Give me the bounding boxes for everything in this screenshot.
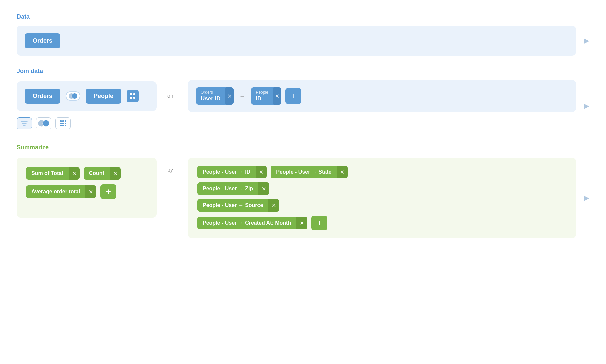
join-section-label: Join data <box>17 68 589 75</box>
orders-button[interactable]: Orders <box>25 33 60 48</box>
by-label: by <box>167 158 177 173</box>
toggle-join-icon-btn[interactable] <box>36 117 51 129</box>
summarize-section-arrow[interactable]: ▶ <box>576 194 589 202</box>
svg-rect-17 <box>60 125 62 126</box>
filter-icon-btn[interactable] <box>17 117 32 129</box>
join-icon-row <box>17 117 576 129</box>
join-right-tag-source: People <box>256 90 268 95</box>
join-left-tag-field: User ID <box>201 95 221 102</box>
join-right-tag[interactable]: People ID ✕ <box>251 87 281 105</box>
groupby-created-at-month-label: People - User → Created At: Month <box>197 217 296 229</box>
summarize-section: Summarize Sum of Total ✕ Count ✕ <box>17 144 589 238</box>
join-right-tag-close[interactable]: ✕ <box>273 87 281 105</box>
join-right-tag-field: ID <box>256 95 261 102</box>
sum-of-total-close[interactable]: ✕ <box>69 167 80 180</box>
svg-rect-12 <box>62 120 64 122</box>
groupby-user-id-close[interactable]: ✕ <box>256 166 267 178</box>
summarize-metrics-box: Sum of Total ✕ Count ✕ Average order tot… <box>17 158 157 218</box>
join-left-tag[interactable]: Orders User ID ✕ <box>196 87 234 105</box>
join-left-tag-close[interactable]: ✕ <box>225 87 234 105</box>
svg-rect-7 <box>22 123 27 124</box>
svg-rect-19 <box>65 125 66 126</box>
join-section: Join data Orders People <box>17 68 589 132</box>
data-section-arrow[interactable]: ▶ <box>576 36 589 45</box>
svg-rect-15 <box>62 123 64 124</box>
join-toggle-icon[interactable] <box>66 91 80 101</box>
average-order-total-tag[interactable]: Average order total ✕ <box>26 185 96 198</box>
join-condition-area: Orders User ID ✕ = People ID <box>188 80 576 112</box>
groupby-user-source-close[interactable]: ✕ <box>268 199 279 212</box>
groupby-user-zip-close[interactable]: ✕ <box>258 182 269 195</box>
sum-of-total-label: Sum of Total <box>26 167 69 180</box>
sum-of-total-tag[interactable]: Sum of Total ✕ <box>26 167 80 180</box>
join-people-button[interactable]: People <box>86 89 121 104</box>
average-order-total-label: Average order total <box>26 185 85 198</box>
groupby-user-state-label: People - User → State <box>271 166 337 178</box>
summarize-groupby-area: People - User → ID ✕ People - User → Sta… <box>188 158 576 238</box>
svg-rect-11 <box>60 120 62 122</box>
groupby-created-at-month-tag[interactable]: People - User → Created At: Month ✕ <box>197 217 307 229</box>
groupby-user-zip-label: People - User → Zip <box>197 182 258 195</box>
svg-point-10 <box>43 120 49 127</box>
svg-rect-5 <box>133 97 135 99</box>
join-orders-button[interactable]: Orders <box>25 89 60 104</box>
data-section-label: Data <box>17 13 589 20</box>
grid-join-icon-btn[interactable] <box>55 117 71 129</box>
svg-rect-3 <box>133 93 135 95</box>
svg-point-1 <box>72 93 77 99</box>
summarize-section-label: Summarize <box>17 144 589 151</box>
groupby-created-at-month-close[interactable]: ✕ <box>296 217 307 229</box>
join-section-arrow[interactable]: ▶ <box>576 102 589 110</box>
groupby-user-id-tag[interactable]: People - User → ID ✕ <box>197 166 267 178</box>
groupby-user-id-label: People - User → ID <box>197 166 256 178</box>
svg-rect-4 <box>130 97 132 99</box>
groupby-user-source-label: People - User → Source <box>197 199 268 212</box>
average-order-total-close[interactable]: ✕ <box>85 185 96 198</box>
svg-rect-13 <box>65 120 66 122</box>
svg-rect-2 <box>130 93 132 95</box>
svg-rect-18 <box>62 125 64 126</box>
svg-rect-16 <box>65 123 66 124</box>
count-label: Count <box>84 167 110 180</box>
join-left-box: Orders People <box>17 81 157 111</box>
equals-sign: = <box>238 92 247 100</box>
groupby-user-state-close[interactable]: ✕ <box>337 166 348 178</box>
add-metric-button[interactable]: + <box>100 184 116 199</box>
svg-rect-14 <box>60 123 62 124</box>
add-join-condition-button[interactable]: + <box>285 88 301 104</box>
svg-rect-6 <box>21 121 28 122</box>
count-close[interactable]: ✕ <box>110 167 121 180</box>
groupby-user-state-tag[interactable]: People - User → State ✕ <box>271 166 348 178</box>
groupby-user-zip-tag[interactable]: People - User → Zip ✕ <box>197 182 269 195</box>
join-grid-icon[interactable] <box>127 90 139 102</box>
join-on-label: on <box>167 93 177 99</box>
add-groupby-button[interactable]: + <box>311 216 327 230</box>
data-box: Orders <box>17 26 576 56</box>
svg-rect-8 <box>23 125 26 126</box>
groupby-user-source-tag[interactable]: People - User → Source ✕ <box>197 199 279 212</box>
join-left-tag-source: Orders <box>201 90 213 95</box>
count-tag[interactable]: Count ✕ <box>84 167 121 180</box>
data-section: Data Orders ▶ <box>17 13 589 56</box>
